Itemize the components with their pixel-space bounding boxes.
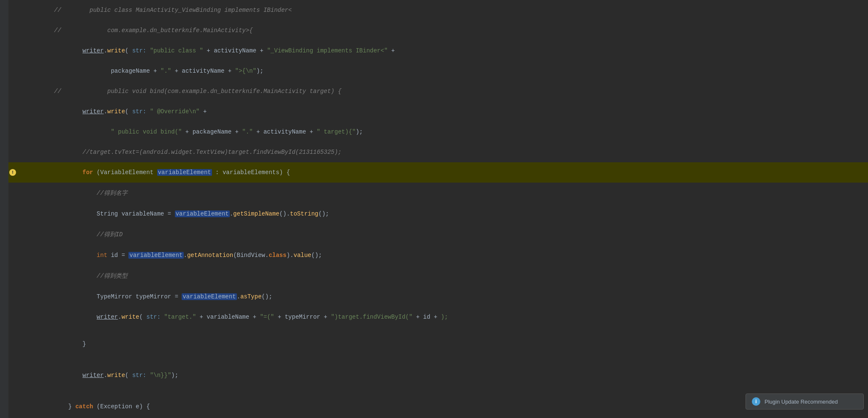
code-line-7: " public void bind(" + packageName + "."… xyxy=(8,122,868,142)
code-line-6: writer.write( str: " @Override\n" + xyxy=(8,101,868,122)
gutter-11 xyxy=(8,208,17,219)
code-line-20 xyxy=(8,385,868,396)
code-line-9: ! for (VariableElement variableElement :… xyxy=(8,162,868,183)
line-content-1: // public class MainActivity_ViewBinding… xyxy=(17,0,865,20)
line-content-18 xyxy=(17,356,865,363)
gutter-16 xyxy=(8,315,17,326)
gutter-12 xyxy=(8,229,17,240)
gutter-4 xyxy=(8,66,17,76)
code-line-11: String variableName = variableElement.ge… xyxy=(8,204,868,224)
plugin-icon: i xyxy=(752,397,760,406)
line-content-19: writer.write( str: "\n}}"); xyxy=(17,365,865,385)
code-line-19: writer.write( str: "\n}}"); xyxy=(8,365,868,385)
gutter-10 xyxy=(8,188,17,199)
gutter-14 xyxy=(8,270,17,281)
line-content-5: // public void bind(com.example.dn_butte… xyxy=(17,81,865,101)
plugin-notification[interactable]: i Plugin Update Recommended xyxy=(746,393,864,410)
line-content-16: writer.write( str: "target." + variableN… xyxy=(17,307,865,334)
line-content-12: //得到ID xyxy=(17,224,865,245)
gutter-18 xyxy=(8,354,17,365)
code-area[interactable]: // public class MainActivity_ViewBinding… xyxy=(8,0,868,418)
gutter-3 xyxy=(8,45,17,56)
line-content-4: packageName + "." + activityName + ">{\n… xyxy=(17,61,865,81)
gutter-13 xyxy=(8,250,17,261)
line-content-17: } xyxy=(17,334,865,354)
gutter-5 xyxy=(8,86,17,97)
editor-container: // public class MainActivity_ViewBinding… xyxy=(0,0,868,418)
code-lines: // public class MainActivity_ViewBinding… xyxy=(8,0,868,418)
gutter-19 xyxy=(8,370,17,381)
code-line-17: } xyxy=(8,334,868,354)
line-content-9: for (VariableElement variableElement : v… xyxy=(17,162,865,183)
line-content-20 xyxy=(17,388,865,394)
code-line-2: // com.example.dn_butterknife.MainActivi… xyxy=(8,20,868,41)
line-content-13: int id = variableElement.getAnnotation(B… xyxy=(17,245,865,265)
code-line-12: //得到ID xyxy=(8,224,868,245)
code-line-5: // public void bind(com.example.dn_butte… xyxy=(8,81,868,101)
code-line-21: } catch (Exception e) { xyxy=(8,396,868,417)
gutter-9[interactable]: ! xyxy=(8,167,17,178)
code-line-18 xyxy=(8,354,868,365)
gutter-1 xyxy=(8,5,17,16)
line-content-3: writer.write( str: "public class " + act… xyxy=(17,41,865,61)
gutter-20 xyxy=(8,385,17,396)
code-line-16: writer.write( str: "target." + variableN… xyxy=(8,307,868,334)
code-line-10: //得到名字 xyxy=(8,183,868,204)
plugin-notification-text: Plugin Update Recommended xyxy=(765,399,838,405)
line-content-11: String variableName = variableElement.ge… xyxy=(17,204,865,224)
line-content-10: //得到名字 xyxy=(17,183,865,204)
gutter-6 xyxy=(8,106,17,117)
warning-icon[interactable]: ! xyxy=(9,169,16,176)
left-gutter xyxy=(0,0,8,418)
gutter-17 xyxy=(8,339,17,350)
code-line-4: packageName + "." + activityName + ">{\n… xyxy=(8,61,868,81)
code-line-8: //target.tvText=(android.widget.TextView… xyxy=(8,142,868,162)
line-content-8: //target.tvText=(android.widget.TextView… xyxy=(17,142,865,162)
code-line-13: int id = variableElement.getAnnotation(B… xyxy=(8,245,868,265)
line-content-2: // com.example.dn_butterknife.MainActivi… xyxy=(17,20,865,41)
code-line-1: // public class MainActivity_ViewBinding… xyxy=(8,0,868,20)
gutter-7 xyxy=(8,126,17,137)
gutter-8 xyxy=(8,147,17,158)
line-content-14: //得到类型 xyxy=(17,265,865,287)
code-line-3: writer.write( str: "public class " + act… xyxy=(8,41,868,61)
line-content-6: writer.write( str: " @Override\n" + xyxy=(17,101,865,122)
line-content-21: } catch (Exception e) { xyxy=(17,396,865,417)
code-line-15: TypeMirror typeMirror = variableElement.… xyxy=(8,287,868,307)
line-content-7: " public void bind(" + packageName + "."… xyxy=(17,122,865,142)
line-content-15: TypeMirror typeMirror = variableElement.… xyxy=(17,287,865,307)
code-line-14: //得到类型 xyxy=(8,265,868,287)
gutter-2 xyxy=(8,25,17,36)
gutter-21 xyxy=(8,401,17,412)
gutter-15 xyxy=(8,291,17,302)
